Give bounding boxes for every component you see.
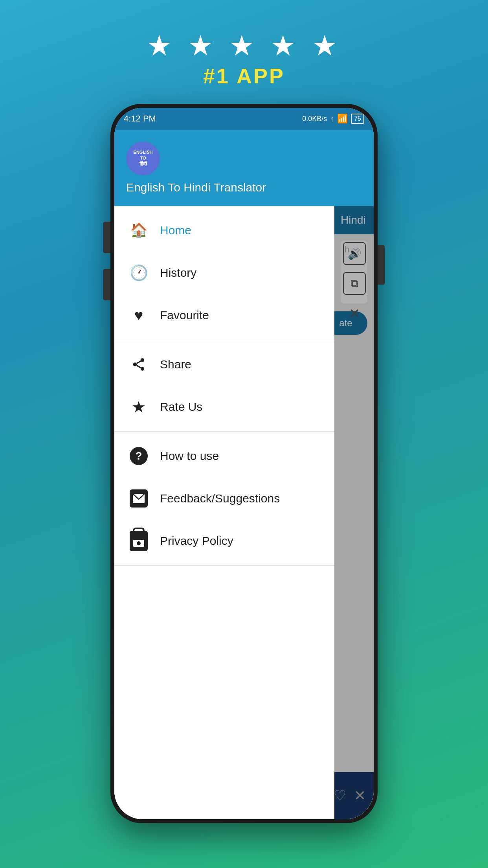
rate-us-label: Rate Us (160, 400, 202, 414)
status-time: 4:12 PM (124, 114, 156, 124)
home-icon: 🏠 (128, 220, 149, 241)
network-speed: 0.0KB/s (302, 115, 327, 123)
battery-indicator: 75 (351, 114, 364, 124)
wifi-icon: 📶 (337, 114, 348, 124)
svg-point-0 (141, 358, 145, 362)
privacy-policy-icon (128, 531, 149, 551)
app-label: #1 APP (203, 64, 285, 88)
svg-point-1 (133, 362, 137, 366)
app-header: ENGLISH TO हिंदी English To Hindi Transl… (114, 130, 374, 206)
power-button (378, 245, 385, 285)
favourite-label: Favourite (160, 309, 209, 322)
volume-down-button (103, 269, 110, 300)
drawer-item-feedback[interactable]: Feedback/Suggestions (114, 477, 334, 520)
svg-line-4 (137, 361, 141, 363)
status-right: 0.0KB/s ↑ 📶 75 (302, 114, 364, 124)
favourite-icon: ♥ (128, 305, 149, 326)
phone-frame: 4:12 PM 0.0KB/s ↑ 📶 75 ENGLISH TO हिंदी … (110, 104, 378, 823)
status-bar: 4:12 PM 0.0KB/s ↑ 📶 75 (114, 108, 374, 130)
navigation-drawer: 🏠 Home 🕐 History ♥ Favourite (114, 206, 334, 819)
how-to-use-icon: ? (128, 446, 149, 466)
feedback-icon (128, 488, 149, 509)
drawer-item-share[interactable]: Share (114, 343, 334, 386)
drawer-item-home[interactable]: 🏠 Home (114, 209, 334, 252)
volume-up-button (103, 222, 110, 253)
share-icon (128, 354, 149, 375)
share-label: Share (160, 358, 191, 371)
svg-point-2 (141, 367, 145, 371)
drawer-item-rate-us[interactable]: ★ Rate Us (114, 386, 334, 428)
drawer-section-2: Share ★ Rate Us (114, 340, 334, 432)
app-logo: ENGLISH TO हिंदी (126, 142, 160, 175)
phone-screen: 4:12 PM 0.0KB/s ↑ 📶 75 ENGLISH TO हिंदी … (114, 108, 374, 819)
signal-icon: ↑ (330, 114, 334, 123)
privacy-policy-label: Privacy Policy (160, 534, 233, 548)
drawer-item-privacy-policy[interactable]: Privacy Policy (114, 520, 334, 562)
drawer-scrim[interactable] (334, 206, 374, 819)
history-icon: 🕐 (128, 263, 149, 283)
history-label: History (160, 266, 196, 280)
how-to-use-label: How to use (160, 449, 219, 463)
stars-row: ★ ★ ★ ★ ★ (147, 31, 341, 60)
drawer-item-favourite[interactable]: ♥ Favourite (114, 294, 334, 337)
feedback-label: Feedback/Suggestions (160, 492, 280, 505)
app-title: English To Hindi Translator (126, 181, 362, 194)
drawer-item-history[interactable]: 🕐 History (114, 252, 334, 294)
drawer-section-3: ? How to use (114, 432, 334, 566)
drawer-section-1: 🏠 Home 🕐 History ♥ Favourite (114, 206, 334, 340)
rate-us-icon: ★ (128, 397, 149, 417)
home-label: Home (160, 224, 191, 237)
content-area: Hindi h 🔊 ⧉ ✕ ate ♡ ✕ (114, 206, 374, 819)
drawer-item-how-to-use[interactable]: ? How to use (114, 435, 334, 477)
svg-line-3 (137, 365, 141, 368)
top-badge: ★ ★ ★ ★ ★ #1 APP (147, 31, 341, 88)
